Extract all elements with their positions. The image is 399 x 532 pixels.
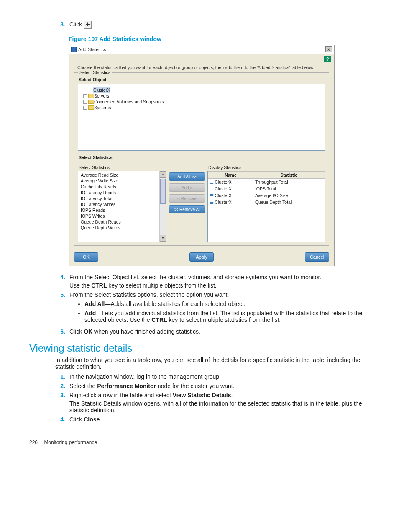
table-row[interactable]: ☰ClusterXIOPS Total bbox=[208, 185, 325, 192]
select-statistics-label: Select Statistics: bbox=[79, 155, 325, 160]
window-title: Add Statistics bbox=[78, 47, 106, 52]
tree-label: Servers bbox=[94, 93, 109, 98]
table-row[interactable]: ☰ClusterXQueue Depth Total bbox=[208, 199, 325, 206]
remove-button[interactable]: < Remove bbox=[169, 194, 205, 203]
tree-label: Connected Volumes and Snapshots bbox=[94, 99, 164, 104]
page-footer: 226 Monitoring performance bbox=[29, 439, 370, 445]
step-5: 5. From the Select Statistics options, s… bbox=[54, 291, 370, 326]
step-3: 3. Click + . bbox=[54, 21, 370, 29]
bullet: Add—Lets you add individual statistics f… bbox=[84, 310, 370, 323]
close-icon[interactable]: × bbox=[325, 46, 332, 52]
step-body: From the Select Statistics options, sele… bbox=[69, 291, 370, 326]
col-name[interactable]: Name bbox=[208, 172, 253, 179]
object-tree[interactable]: ☰ ClusterX + Servers + Connected Volumes… bbox=[78, 84, 325, 151]
folder-icon bbox=[88, 94, 94, 98]
fieldset-legend: Select Statistics bbox=[78, 70, 112, 75]
cluster-icon: ☰ bbox=[210, 200, 214, 205]
step-number: 4. bbox=[54, 416, 65, 423]
add-button[interactable]: Add > bbox=[169, 183, 205, 192]
ok-button[interactable]: OK bbox=[74, 252, 98, 262]
display-statistics-label: Display Statistics bbox=[208, 165, 325, 170]
step-body: Right-click a row in the table and selec… bbox=[69, 392, 370, 414]
table-row[interactable]: ☰ClusterXAverage I/O Size bbox=[208, 192, 325, 199]
step-number: 1. bbox=[54, 373, 65, 380]
help-icon[interactable]: ? bbox=[324, 56, 331, 62]
step-body: Select the Performance Monitor node for … bbox=[69, 383, 370, 389]
add-statistics-window: Add Statistics × ? Choose the statistics… bbox=[69, 45, 335, 266]
tree-label: Systems bbox=[94, 105, 111, 110]
tree-child[interactable]: + Systems bbox=[82, 105, 322, 111]
page-number: 226 bbox=[29, 439, 38, 445]
cluster-icon: ☰ bbox=[88, 87, 92, 93]
list-item[interactable]: IOPS Writes bbox=[80, 213, 164, 219]
step-body: Click + . bbox=[69, 21, 370, 29]
step-4: 4. From the Select Object list, select t… bbox=[54, 274, 370, 289]
help-row: ? bbox=[69, 54, 334, 62]
list-item[interactable]: Queue Depth Reads bbox=[80, 219, 164, 225]
folder-icon bbox=[88, 100, 94, 104]
tree-child[interactable]: + Connected Volumes and Snapshots bbox=[82, 99, 322, 105]
display-statistics-table[interactable]: Name Statistic ☰ClusterXThroughput Total… bbox=[207, 171, 325, 242]
list-item[interactable]: IOPS Reads bbox=[80, 207, 164, 213]
scroll-up-icon[interactable]: ▲ bbox=[160, 171, 166, 178]
step-body: Click OK when you have finished adding s… bbox=[69, 328, 370, 335]
scroll-down-icon[interactable]: ▼ bbox=[160, 235, 166, 242]
step-6: 6. Click OK when you have finished addin… bbox=[54, 328, 370, 335]
scrollbar[interactable]: ▲ ▼ bbox=[159, 171, 166, 242]
cluster-icon: ☰ bbox=[210, 187, 214, 191]
select-statistics-fieldset: Select Statistics Select Object: ☰ Clust… bbox=[74, 72, 329, 246]
select-statistics-sublabel: Select Statistics bbox=[79, 165, 166, 170]
step-body: From the Select Object list, select the … bbox=[69, 274, 370, 289]
list-item[interactable]: IO Latency Reads bbox=[80, 190, 164, 195]
step-number: 4. bbox=[54, 274, 65, 289]
section-intro: In addition to what you see in a table r… bbox=[55, 357, 370, 370]
apply-button[interactable]: Apply bbox=[189, 252, 214, 262]
tree-child[interactable]: + Servers bbox=[82, 93, 322, 99]
step-note: The Statistic Details window opens, with… bbox=[69, 400, 370, 414]
step-number: 6. bbox=[54, 328, 65, 335]
list-item[interactable]: Average Read Size bbox=[80, 172, 164, 178]
step-body: Click Close. bbox=[69, 416, 370, 423]
list-item[interactable]: Cache Hits Reads bbox=[80, 184, 164, 190]
list-item[interactable]: Queue Depth Writes bbox=[80, 225, 164, 231]
scroll-thumb[interactable] bbox=[160, 179, 166, 204]
select-object-label: Select Object: bbox=[79, 77, 325, 82]
section-heading: Viewing statistic details bbox=[29, 342, 370, 354]
vstep-3: 3. Right-click a row in the table and se… bbox=[54, 392, 370, 414]
vstep-4: 4. Click Close. bbox=[54, 416, 370, 423]
step-number: 3. bbox=[54, 392, 65, 414]
tree-label: ClusterX bbox=[93, 87, 110, 93]
list-item[interactable]: IO Latency Writes bbox=[80, 201, 164, 207]
step-note: Use the CTRL key to select multiple obje… bbox=[69, 282, 370, 289]
statistics-listbox[interactable]: Average Read Size Average Write Size Cac… bbox=[78, 171, 166, 242]
table-row[interactable]: ☰ClusterXThroughput Total bbox=[208, 179, 325, 186]
step-number: 3. bbox=[54, 21, 65, 29]
bullet: Add All—Adds all available statistics fo… bbox=[84, 301, 370, 307]
remove-all-button[interactable]: << Remove All bbox=[169, 205, 205, 213]
figure-caption: Figure 107 Add Statistics window bbox=[69, 36, 370, 42]
text: . bbox=[93, 21, 95, 28]
expander-icon[interactable]: + bbox=[83, 94, 87, 98]
expander-icon[interactable]: + bbox=[83, 106, 87, 110]
footer-title: Monitoring performance bbox=[44, 439, 97, 445]
expander-icon[interactable]: + bbox=[83, 100, 87, 104]
text: Click bbox=[69, 21, 84, 28]
step-body: In the navigation window, log in to the … bbox=[69, 373, 370, 380]
step-number: 2. bbox=[54, 383, 65, 389]
titlebar: Add Statistics × bbox=[69, 45, 334, 54]
tree-root[interactable]: ☰ ClusterX bbox=[82, 87, 322, 93]
plus-icon: + bbox=[84, 21, 92, 29]
vstep-2: 2. Select the Performance Monitor node f… bbox=[54, 383, 370, 389]
cluster-icon: ☰ bbox=[210, 193, 214, 198]
window-icon bbox=[71, 47, 77, 52]
step-number: 5. bbox=[54, 291, 65, 326]
list-item[interactable]: IO Latency Total bbox=[80, 195, 164, 201]
list-item[interactable]: Average Write Size bbox=[80, 178, 164, 184]
folder-icon bbox=[88, 105, 94, 110]
add-all-button[interactable]: Add All >> bbox=[169, 172, 205, 181]
col-statistic[interactable]: Statistic bbox=[253, 172, 325, 179]
cancel-button[interactable]: Cancel bbox=[305, 252, 329, 262]
cluster-icon: ☰ bbox=[210, 180, 214, 185]
vstep-1: 1. In the navigation window, log in to t… bbox=[54, 373, 370, 380]
